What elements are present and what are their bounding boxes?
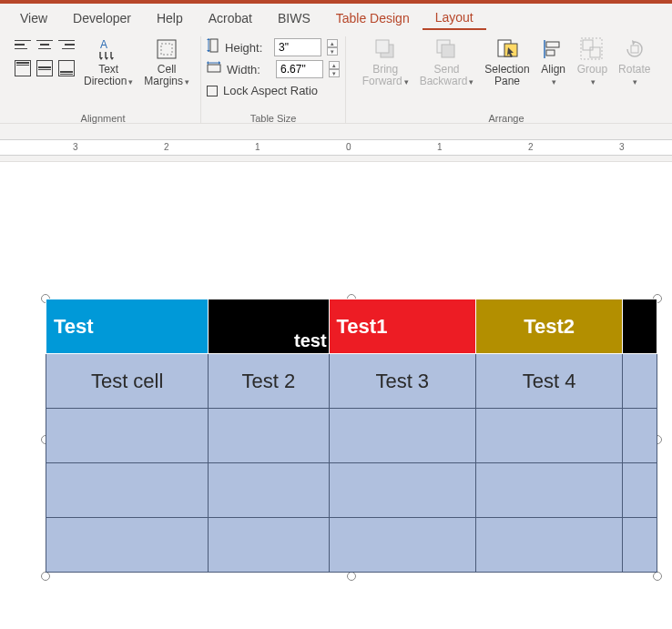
align-top-left-icon[interactable] [15, 38, 31, 51]
table-cell[interactable] [475, 409, 622, 463]
height-input[interactable] [274, 38, 321, 56]
table-cell[interactable] [209, 463, 329, 518]
menu-table-design[interactable]: Table Design [323, 7, 423, 29]
ruler-mark: 2 [164, 142, 169, 152]
selection-pane-button[interactable]: Selection Pane [479, 36, 535, 87]
menu-view[interactable]: View [7, 7, 60, 29]
bring-forward-icon [372, 36, 398, 62]
bring-forward-label: Bring Forward▾ [362, 64, 409, 87]
table-header-row: Test test Test1 Test2 [46, 299, 657, 354]
svg-text:A: A [100, 38, 107, 51]
height-icon [207, 38, 219, 56]
header-cell[interactable]: Test2 [475, 299, 622, 354]
rotate-label: Rotate▾ [618, 64, 650, 87]
group-table-size-label: Table Size [250, 111, 297, 124]
align-button[interactable]: Align▾ [535, 36, 572, 87]
ruler-mark: 1 [437, 142, 443, 152]
table-cell[interactable]: Test cell [46, 354, 209, 409]
alignment-icon-grid [11, 36, 78, 76]
group-arrange-label: Arrange [488, 111, 524, 124]
svg-rect-12 [546, 50, 555, 56]
send-backward-button[interactable]: Send Backward▾ [414, 36, 480, 87]
menu-acrobat[interactable]: Acrobat [196, 7, 265, 29]
table-row: Test cell Test 2 Test 3 Test 4 [46, 354, 657, 409]
width-input[interactable] [276, 60, 323, 78]
cell-margins-button[interactable]: Cell Margins▾ [138, 36, 195, 87]
menu-layout[interactable]: Layout [423, 6, 486, 30]
group-icon [579, 36, 605, 62]
table-cell[interactable] [623, 518, 657, 573]
align-top-center-icon[interactable] [36, 38, 53, 51]
header-cell[interactable] [623, 299, 657, 354]
table-cell[interactable] [209, 518, 329, 573]
selection-handle[interactable] [41, 572, 50, 581]
header-label: test [294, 330, 327, 351]
menu-developer[interactable]: Developer [60, 7, 144, 29]
table-cell[interactable]: Test 4 [475, 354, 622, 409]
ruler-area: 3 2 1 0 1 2 3 [0, 124, 672, 162]
ruler-mark: 3 [73, 142, 78, 152]
align-top-right-icon[interactable] [58, 38, 75, 51]
table-cell[interactable] [46, 518, 209, 573]
valign-top-icon[interactable] [15, 60, 31, 76]
ruler-mark: 3 [619, 142, 625, 152]
table-cell[interactable] [623, 409, 657, 463]
svg-rect-15 [581, 38, 602, 59]
menu-help[interactable]: Help [144, 7, 196, 29]
align-icon [541, 36, 566, 62]
svg-rect-2 [161, 44, 172, 55]
send-backward-icon [433, 36, 459, 62]
svg-rect-1 [158, 40, 176, 58]
header-cell[interactable]: Test [46, 299, 209, 354]
menu-biws[interactable]: BIWS [265, 7, 323, 29]
rotate-button[interactable]: Rotate▾ [613, 36, 656, 87]
bring-forward-button[interactable]: Bring Forward▾ [357, 36, 414, 87]
width-spinner[interactable]: ▴▾ [329, 61, 340, 77]
text-direction-button[interactable]: A Text Direction▾ [78, 36, 138, 87]
table-cell[interactable] [623, 354, 657, 409]
selection-pane-icon [494, 36, 520, 62]
table-cell[interactable] [209, 409, 329, 463]
cell-margins-icon [154, 36, 179, 62]
table-cell[interactable] [475, 518, 622, 573]
ruler-mark: 0 [346, 142, 351, 152]
group-table-size: Height: ▴▾ Width: ▴▾ Lock Aspect Ratio [201, 36, 346, 124]
horizontal-ruler[interactable]: 3 2 1 0 1 2 3 [0, 139, 672, 156]
svg-rect-4 [208, 65, 220, 72]
width-icon [207, 61, 221, 77]
width-label: Width: [227, 63, 270, 76]
table-cell[interactable] [475, 463, 622, 518]
table-cell[interactable] [46, 409, 209, 463]
selection-handle[interactable] [347, 572, 356, 581]
ribbon: A Text Direction▾ Cell Margins▾ Alignmen… [0, 33, 672, 124]
group-arrange: Bring Forward▾ Send Backward▾ Selection … [346, 36, 667, 124]
table-cell[interactable]: Test 3 [329, 354, 475, 409]
table-row [46, 409, 657, 463]
valign-middle-icon[interactable] [36, 60, 53, 76]
svg-rect-14 [590, 47, 600, 57]
table-cell[interactable] [46, 463, 209, 518]
slide-table[interactable]: Test test Test1 Test2 Test cell Test 2 T… [46, 299, 657, 573]
height-spinner[interactable]: ▴▾ [327, 39, 338, 56]
svg-rect-11 [546, 42, 559, 47]
selection-handle[interactable] [653, 572, 662, 581]
table-cell[interactable] [623, 463, 657, 518]
cell-margins-label: Cell Margins▾ [144, 64, 189, 87]
svg-rect-16 [631, 46, 638, 53]
table-cell[interactable]: Test 2 [209, 354, 329, 409]
header-cell[interactable]: Test1 [329, 299, 475, 354]
valign-bottom-icon[interactable] [58, 60, 75, 76]
menu-bar: View Developer Help Acrobat BIWS Table D… [0, 4, 672, 33]
lock-aspect-checkbox[interactable] [207, 86, 218, 96]
slide-canvas[interactable]: Test test Test1 Test2 Test cell Test 2 T… [0, 162, 672, 629]
table-cell[interactable] [329, 518, 475, 573]
lock-aspect-label: Lock Aspect Ratio [223, 84, 318, 97]
table-cell[interactable] [329, 409, 475, 463]
svg-rect-3 [210, 39, 218, 52]
header-cell[interactable]: test [209, 299, 329, 354]
send-backward-label: Send Backward▾ [420, 64, 474, 87]
table-cell[interactable] [329, 463, 475, 518]
svg-rect-13 [583, 40, 593, 50]
group-button[interactable]: Group▾ [572, 36, 613, 87]
ruler-mark: 2 [528, 142, 534, 152]
